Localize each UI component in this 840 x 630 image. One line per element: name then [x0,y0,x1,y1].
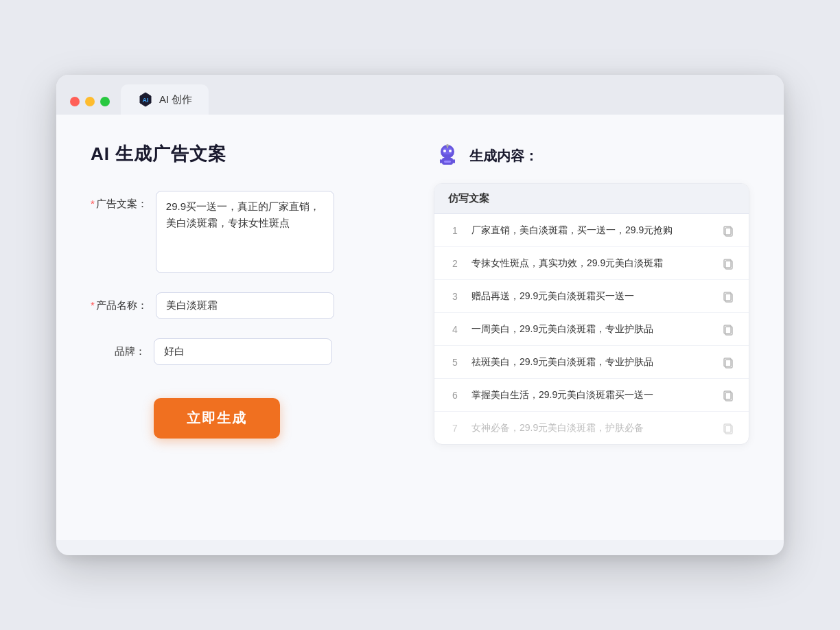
table-row: 2 专抹女性斑点，真实功效，29.9元美白淡斑霜 [434,247,749,280]
tab-ai-create[interactable]: AI AI 创作 [121,84,209,115]
table-row: 5 祛斑美白，29.9元美白淡斑霜，专业护肤品 [434,346,749,379]
robot-icon [434,142,461,170]
form-group-ad-copy: *广告文案： [91,191,406,273]
svg-rect-11 [444,161,451,163]
svg-point-4 [443,150,446,152]
left-panel: AI 生成广告文案 *广告文案： *产品名称： 品牌： [91,142,406,506]
copy-icon-7[interactable] [721,421,735,435]
svg-point-7 [446,144,449,147]
table-row: 6 掌握美白生活，29.9元美白淡斑霜买一送一 [434,379,749,412]
maximize-button[interactable] [100,97,110,106]
results-table: 仿写文案 1 厂家直销，美白淡斑霜，买一送一，29.9元抢购 2 专抹女性斑点，… [434,183,749,445]
title-bar: AI AI 创作 [56,75,784,115]
generate-button[interactable]: 立即生成 [154,398,280,439]
page-title: AI 生成广告文案 [91,142,406,166]
result-header: 生成内容： [434,142,749,170]
copy-icon-3[interactable] [721,290,735,303]
table-row: 4 一周美白，29.9元美白淡斑霜，专业护肤品 [434,313,749,346]
window-controls [70,97,110,115]
content-area: AI 生成广告文案 *广告文案： *产品名称： 品牌： [56,115,784,540]
tab-label: AI 创作 [159,93,192,106]
table-row: 7 女神必备，29.9元美白淡斑霜，护肤必备 [434,412,749,444]
minimize-button[interactable] [85,97,95,106]
svg-rect-10 [453,159,455,163]
browser-window: AI AI 创作 AI 生成广告文案 *广告文案： *产品名称： [56,75,784,555]
ai-tab-icon: AI [137,91,154,108]
copy-icon-4[interactable] [721,323,735,336]
close-button[interactable] [70,97,80,106]
table-header: 仿写文案 [434,184,749,214]
copy-icon-6[interactable] [721,388,735,402]
table-row: 1 厂家直销，美白淡斑霜，买一送一，29.9元抢购 [434,214,749,247]
result-title: 生成内容： [469,147,538,165]
form-group-brand: 品牌： [91,338,406,365]
copy-icon-1[interactable] [721,224,735,237]
ad-copy-textarea[interactable] [156,191,334,273]
copy-icon-5[interactable] [721,355,735,369]
table-row: 3 赠品再送，29.9元美白淡斑霜买一送一 [434,280,749,313]
form-group-product-name: *产品名称： [91,292,406,319]
label-ad-copy: *广告文案： [91,191,148,211]
brand-input[interactable] [154,338,332,365]
svg-rect-9 [440,159,442,163]
required-star-2: * [91,299,95,311]
label-product-name: *产品名称： [91,292,148,312]
label-brand: 品牌： [91,338,145,358]
svg-text:AI: AI [143,97,149,104]
required-star-1: * [91,198,95,209]
right-panel: 生成内容： 仿写文案 1 厂家直销，美白淡斑霜，买一送一，29.9元抢购 2 专… [434,142,749,506]
copy-icon-2[interactable] [721,257,735,270]
svg-point-5 [449,150,452,152]
product-name-input[interactable] [156,292,334,319]
